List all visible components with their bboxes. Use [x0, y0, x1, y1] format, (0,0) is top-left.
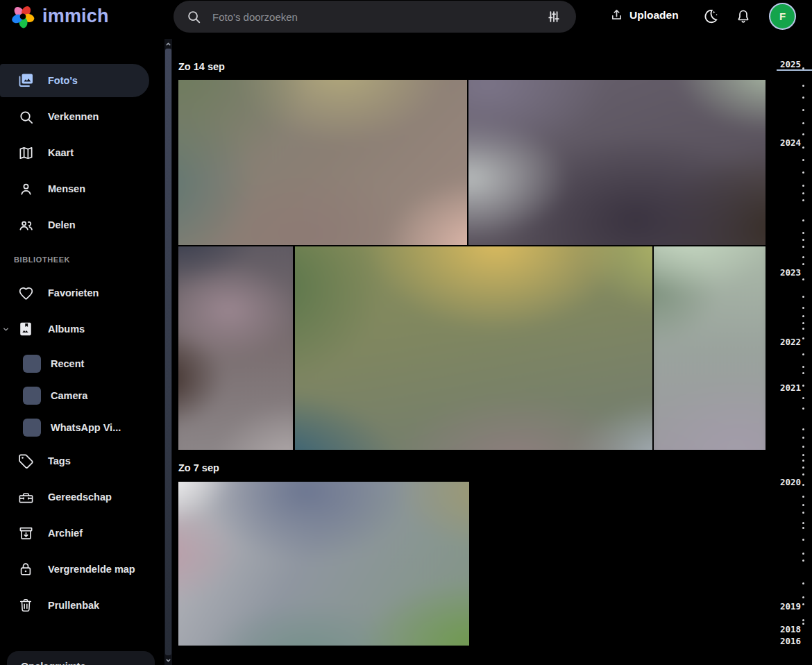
- map-icon: [17, 144, 34, 161]
- scrubber-dot: [802, 307, 804, 309]
- scrubber-dot: [802, 366, 804, 368]
- sidebar-item-sharing[interactable]: Delen: [0, 208, 149, 242]
- scrubber-dot: [802, 504, 804, 506]
- scrubber-dot: [802, 372, 804, 374]
- album-thumbnail: [23, 419, 41, 437]
- album-label: Recent: [51, 358, 84, 369]
- photo-thumbnail[interactable]: [295, 246, 652, 450]
- sidebar-scrollbar[interactable]: [164, 39, 172, 665]
- scrubber-year-label[interactable]: 2023: [780, 267, 801, 278]
- photo-image: [654, 246, 766, 450]
- tune-filter-icon: [546, 9, 561, 24]
- photo-thumbnail[interactable]: [178, 482, 469, 646]
- scrubber-year-label[interactable]: 2025: [780, 59, 801, 69]
- search-input[interactable]: [212, 11, 541, 23]
- sidebar-section-library: BIBLIOTHEEK: [14, 255, 162, 264]
- dark-mode-toggle-button[interactable]: [700, 6, 720, 27]
- scrubber-dot: [802, 473, 804, 475]
- sidebar-item-map[interactable]: Kaart: [0, 136, 149, 169]
- scrubber-dot: [802, 539, 804, 541]
- sidebar-item-tags[interactable]: Tags: [0, 444, 149, 478]
- sidebar-item-explore[interactable]: Verkennen: [0, 100, 149, 133]
- scrubber-dot: [802, 146, 804, 149]
- photo-library-icon: [17, 72, 34, 89]
- photo-image: [178, 482, 469, 646]
- sidebar-item-people[interactable]: Mensen: [0, 172, 149, 205]
- scrubber-year-label[interactable]: 2020: [780, 477, 801, 487]
- sidebar-item-trash[interactable]: Prullenbak: [0, 589, 149, 622]
- scrubber-dot: [802, 466, 804, 469]
- scrubber-dot: [802, 85, 804, 87]
- timeline-scrubber[interactable]: 202520242023202220212020201920182016: [766, 0, 812, 665]
- photo-thumbnail[interactable]: [654, 246, 766, 450]
- scrubber-dot: [802, 512, 804, 514]
- sidebar: Foto's Verkennen Kaart Mensen Delen BIBL…: [0, 39, 162, 665]
- sidebar-item-favorites[interactable]: Favorieten: [0, 276, 149, 310]
- immich-logo-icon: [10, 3, 36, 29]
- scrubber-dot: [802, 559, 804, 562]
- sidebar-album-camera[interactable]: Camera: [0, 380, 149, 411]
- scrubber-dot: [802, 623, 804, 625]
- app-title: immich: [42, 6, 109, 27]
- photo-thumbnail[interactable]: [468, 80, 766, 245]
- scrubber-dot: [802, 296, 804, 298]
- scrubber-dot: [802, 353, 804, 355]
- scrubber-dot: [802, 263, 804, 265]
- album-icon: [17, 321, 34, 337]
- sidebar-album-whatsapp[interactable]: WhatsApp Vi...: [0, 412, 149, 443]
- scrubber-year-label[interactable]: 2022: [780, 337, 801, 347]
- sidebar-item-archive[interactable]: Archief: [0, 516, 149, 550]
- notifications-button[interactable]: [733, 6, 754, 27]
- scrubber-dot: [802, 232, 804, 234]
- bell-icon: [735, 8, 752, 25]
- scrubber-dot: [802, 522, 804, 524]
- search-bar[interactable]: [174, 1, 576, 33]
- scrubber-dot: [802, 109, 804, 111]
- scrubber-dot: [802, 527, 804, 529]
- scrubber-year-label[interactable]: 2019: [780, 601, 801, 612]
- scrubber-dot: [802, 553, 804, 555]
- scrubber-dot: [802, 322, 804, 324]
- sidebar-item-utilities[interactable]: Gereedschap: [0, 480, 149, 514]
- scrollbar-thumb[interactable]: [165, 49, 171, 655]
- chevron-down-icon[interactable]: [2, 324, 10, 335]
- search-icon: [17, 108, 34, 125]
- sidebar-item-locked-folder[interactable]: Vergrendelde map: [0, 553, 149, 586]
- scrubber-year-label[interactable]: 2016: [780, 636, 801, 646]
- person-icon: [17, 180, 34, 197]
- trash-icon: [17, 597, 34, 614]
- scrubber-dot: [802, 219, 804, 221]
- scrubber-dot: [802, 460, 804, 462]
- date-group-header: Zo 14 sep: [178, 61, 225, 72]
- scrollbar-up-arrow-icon[interactable]: [164, 40, 172, 48]
- scrubber-dot: [802, 428, 804, 430]
- scrollbar-down-arrow-icon[interactable]: [164, 656, 172, 664]
- people-group-icon: [17, 217, 34, 233]
- photo-thumbnail[interactable]: [178, 80, 467, 245]
- search-filter-button[interactable]: [541, 4, 566, 29]
- sidebar-item-label: Mensen: [48, 183, 85, 194]
- sidebar-item-label: Foto's: [48, 75, 78, 86]
- sidebar-album-recent[interactable]: Recent: [0, 348, 149, 379]
- scrubber-dot: [802, 484, 804, 486]
- app-logo[interactable]: immich: [10, 3, 109, 29]
- scrubber-year-label[interactable]: 2018: [780, 624, 801, 634]
- storage-label: Opslagruimte: [21, 661, 85, 665]
- scrubber-dot: [802, 397, 804, 399]
- scrubber-year-label[interactable]: 2024: [780, 137, 801, 148]
- search-icon: [186, 9, 201, 24]
- scrubber-dot: [802, 437, 804, 439]
- scrubber-dot: [802, 246, 804, 248]
- photo-thumbnail[interactable]: [178, 246, 293, 450]
- scrubber-dot: [802, 619, 804, 621]
- scrubber-position-indicator: [777, 69, 812, 71]
- immich-app: { "app": { "name": "immich" }, "topbar":…: [0, 0, 812, 665]
- top-bar: immich Uploaden F: [0, 0, 812, 33]
- upload-button[interactable]: Uploaden: [609, 8, 679, 22]
- sidebar-item-photos[interactable]: Foto's: [0, 64, 149, 97]
- album-thumbnail: [23, 355, 41, 373]
- scrubber-dot: [802, 192, 804, 194]
- scrubber-year-label[interactable]: 2021: [780, 382, 801, 393]
- sidebar-item-albums[interactable]: Albums: [0, 312, 149, 346]
- scrubber-dot: [802, 454, 804, 456]
